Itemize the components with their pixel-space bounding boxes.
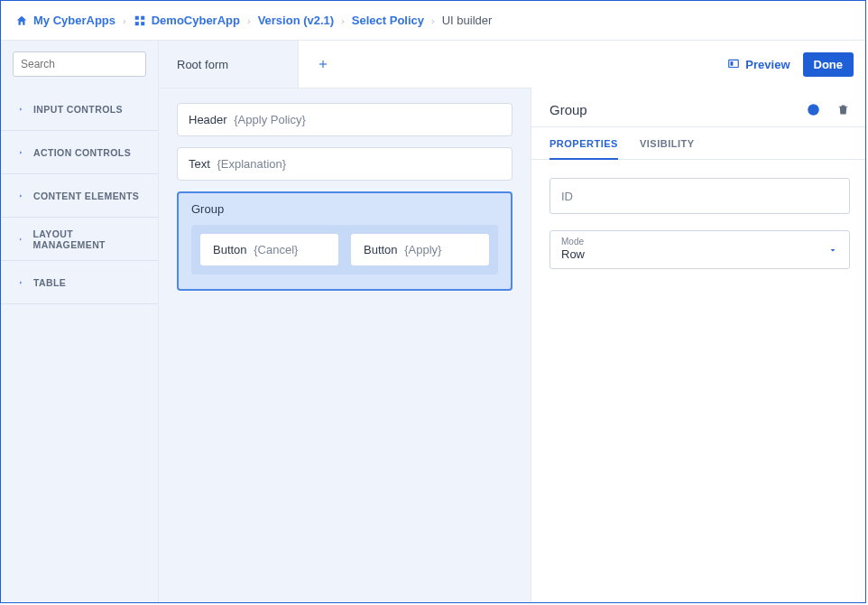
chevron-right-icon: › xyxy=(431,15,435,26)
svg-point-10 xyxy=(813,107,814,107)
canvas[interactable]: Header {Apply Policy} Text {Explanation}… xyxy=(159,88,531,602)
canvas-block-header[interactable]: Header {Apply Policy} xyxy=(177,103,512,136)
info-icon[interactable] xyxy=(807,103,820,116)
block-type: Button xyxy=(213,243,247,256)
plus-icon xyxy=(317,58,329,70)
breadcrumb-label: Select Policy xyxy=(352,14,424,27)
block-type: Header xyxy=(189,113,227,126)
breadcrumb: My CyberApps › DemoCyberApp › Version (v… xyxy=(1,1,865,41)
canvas-block-group[interactable]: Group Button {Cancel} Button {Apply} xyxy=(177,191,512,291)
tab-root-form[interactable]: Root form xyxy=(159,41,299,88)
sidebar-item-action-controls[interactable]: ACTION CONTROLS xyxy=(1,131,158,174)
svg-rect-0 xyxy=(134,15,138,19)
sidebar-item-label: LAYOUT MANAGEMENT xyxy=(33,228,142,250)
svg-rect-1 xyxy=(141,15,144,19)
sidebar-item-label: INPUT CONTROLS xyxy=(33,104,123,115)
chevron-right-icon xyxy=(17,192,24,200)
properties-panel: Group PROPERTIES VISIBILITY ID xyxy=(531,88,865,602)
breadcrumb-current: UI builder xyxy=(442,14,493,27)
mode-select[interactable]: Mode Row xyxy=(549,230,850,269)
tab-visibility[interactable]: VISIBILITY xyxy=(640,127,695,159)
breadcrumb-app[interactable]: DemoCyberApp xyxy=(134,14,240,27)
sidebar-item-label: CONTENT ELEMENTS xyxy=(33,191,139,201)
group-inner: Button {Cancel} Button {Apply} xyxy=(191,225,498,275)
id-placeholder: ID xyxy=(561,190,573,203)
done-button[interactable]: Done xyxy=(803,52,854,77)
chevron-right-icon: › xyxy=(341,15,345,26)
breadcrumb-label: Version (v2.1) xyxy=(258,14,335,27)
chevron-right-icon xyxy=(17,279,24,286)
canvas-block-button-apply[interactable]: Button {Apply} xyxy=(351,234,489,265)
block-value: {Explanation} xyxy=(217,157,286,171)
sidebar-item-table[interactable]: TABLE xyxy=(1,261,158,304)
chevron-right-icon xyxy=(17,236,24,243)
breadcrumb-version[interactable]: Version (v2.1) xyxy=(258,14,335,27)
canvas-block-button-cancel[interactable]: Button {Cancel} xyxy=(200,234,338,265)
block-type: Text xyxy=(189,157,210,171)
tab-label: Root form xyxy=(177,58,228,71)
home-icon xyxy=(15,14,28,27)
grid-icon xyxy=(134,14,146,27)
block-value: {Apply Policy} xyxy=(234,113,306,126)
preview-label: Preview xyxy=(745,58,790,71)
search-input[interactable] xyxy=(13,51,146,77)
add-tab-button[interactable] xyxy=(299,41,727,88)
block-value: {Cancel} xyxy=(254,243,298,256)
svg-rect-3 xyxy=(141,22,144,25)
sidebar-item-label: TABLE xyxy=(33,277,66,288)
canvas-block-text[interactable]: Text {Explanation} xyxy=(177,147,512,181)
block-value: {Apply} xyxy=(404,243,441,256)
svg-rect-2 xyxy=(134,22,138,25)
mode-label: Mode xyxy=(561,237,838,247)
tab-properties[interactable]: PROPERTIES xyxy=(549,127,618,160)
breadcrumb-label: DemoCyberApp xyxy=(152,14,240,27)
sidebar-item-layout-management[interactable]: LAYOUT MANAGEMENT xyxy=(1,218,158,261)
chevron-right-icon xyxy=(17,149,24,156)
sidebar-item-input-controls[interactable]: INPUT CONTROLS xyxy=(1,88,158,131)
mode-value: Row xyxy=(561,247,838,261)
breadcrumb-label: UI builder xyxy=(442,14,493,27)
sidebar-item-label: ACTION CONTROLS xyxy=(33,147,131,158)
sidebar: INPUT CONTROLS ACTION CONTROLS CONTENT E… xyxy=(1,41,159,602)
properties-title: Group xyxy=(549,102,587,117)
sidebar-item-content-elements[interactable]: CONTENT ELEMENTS xyxy=(1,174,158,218)
breadcrumb-policy[interactable]: Select Policy xyxy=(352,14,424,27)
preview-button[interactable]: Preview xyxy=(727,58,790,71)
block-type: Group xyxy=(191,202,498,216)
chevron-right-icon: › xyxy=(247,15,251,26)
trash-icon[interactable] xyxy=(836,103,850,116)
chevron-down-icon xyxy=(827,245,838,256)
search-field[interactable] xyxy=(21,58,156,70)
chevron-right-icon xyxy=(17,106,24,113)
id-field[interactable]: ID xyxy=(549,178,850,214)
svg-rect-7 xyxy=(731,61,734,66)
preview-icon xyxy=(727,58,740,70)
breadcrumb-home[interactable]: My CyberApps xyxy=(15,14,115,27)
breadcrumb-label: My CyberApps xyxy=(33,14,115,27)
svg-rect-6 xyxy=(729,60,739,67)
block-type: Button xyxy=(364,243,398,256)
chevron-right-icon: › xyxy=(123,15,126,26)
